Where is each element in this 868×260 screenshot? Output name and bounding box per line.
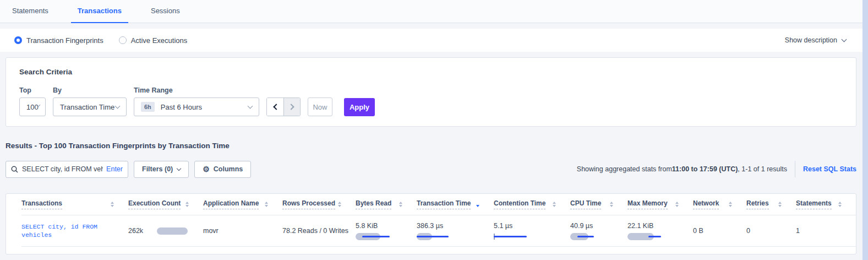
column-header-application-name[interactable]: Application Name (203, 199, 282, 209)
now-button[interactable]: Now (308, 98, 332, 116)
radio-unselected-icon[interactable] (119, 36, 127, 44)
stats-prefix: Showing aggregated stats from (577, 165, 672, 173)
bytes-read-value: 5.8 KiB (356, 222, 410, 230)
network-cell: 0 B (693, 227, 746, 235)
column-header-retries[interactable]: Retries (746, 199, 796, 209)
divider (795, 161, 795, 177)
sort-icon-descending[interactable] (476, 202, 479, 207)
contention-time-bar (494, 233, 527, 240)
execution-count-cell: 262k (128, 227, 203, 235)
search-icon (11, 166, 18, 173)
apply-button[interactable]: Apply (344, 98, 375, 116)
rows-processed-cell: 78.2 Reads / 0 Writes (282, 227, 356, 235)
column-header-transactions[interactable]: Transactions (21, 199, 128, 209)
top-select[interactable]: 100 (19, 98, 46, 116)
retries-cell: 0 (746, 227, 796, 235)
aggregated-stats-text: Showing aggregated stats from 11:00 to 1… (577, 165, 787, 173)
radio-active-executions[interactable]: Active Executions (119, 36, 188, 45)
chevron-right-icon (288, 104, 294, 110)
max-memory-cell: 22.1 KiB (627, 222, 693, 240)
radio-selected-icon[interactable] (14, 36, 22, 44)
sort-icon[interactable] (553, 202, 556, 207)
sort-icon[interactable] (778, 202, 782, 207)
bar-value (577, 236, 594, 237)
cpu-time-value: 40.9 µs (570, 222, 621, 230)
time-range-select[interactable]: 6h Past 6 Hours (134, 98, 259, 116)
sort-icon[interactable] (399, 202, 402, 207)
table-header-row: Transactions Execution Count Application… (21, 194, 856, 215)
column-header-cpu-time[interactable]: CPU Time (570, 199, 627, 209)
chevron-down-icon (115, 104, 121, 109)
bar-value (417, 236, 449, 237)
results-title: Results - Top 100 Transaction Fingerprin… (6, 142, 230, 150)
column-header-max-memory[interactable]: Max Memory (627, 199, 693, 209)
results-table: Transactions Execution Count Application… (6, 193, 856, 254)
sql-search-box[interactable]: Enter (6, 161, 128, 178)
tab-sessions[interactable]: Sessions (144, 7, 187, 23)
cpu-time-bar (570, 233, 594, 240)
transaction-time-value: 386.3 µs (417, 222, 487, 230)
bar-value (494, 236, 527, 237)
time-range-value: Past 6 Hours (161, 103, 202, 111)
column-header-rows-processed[interactable]: Rows Processed (282, 199, 356, 209)
gear-icon: ⚙ (203, 165, 210, 174)
time-range-step-buttons (266, 98, 301, 116)
by-label: By (53, 86, 127, 94)
max-memory-value: 22.1 KiB (627, 222, 686, 230)
columns-button[interactable]: ⚙ Columns (194, 161, 251, 178)
sort-icon[interactable] (838, 202, 842, 207)
tab-transactions[interactable]: Transactions (71, 7, 128, 23)
column-header-execution-count[interactable]: Execution Count (128, 199, 203, 209)
bytes-read-bar (356, 233, 390, 240)
radio-label: Active Executions (131, 36, 188, 45)
search-criteria-title: Search Criteria (19, 68, 843, 76)
chevron-down-icon (842, 37, 847, 42)
search-enter-button[interactable]: Enter (106, 165, 123, 173)
sort-icon[interactable] (729, 202, 732, 207)
reset-sql-stats-link[interactable]: Reset SQL Stats (803, 165, 856, 173)
show-description-toggle[interactable]: Show description (785, 36, 846, 44)
transaction-time-cell: 386.3 µs (417, 222, 494, 240)
column-header-contention-time[interactable]: Contention Time (494, 199, 570, 209)
next-range-button[interactable] (283, 98, 300, 116)
table-row: SELECT city, id FROM vehicles 262k movr … (21, 215, 856, 247)
columns-label: Columns (214, 165, 243, 173)
previous-range-button[interactable] (267, 98, 283, 116)
search-input[interactable] (22, 165, 103, 173)
execution-count-value: 262k (128, 227, 143, 235)
column-header-bytes-read[interactable]: Bytes Read (356, 199, 417, 209)
top-field: Top 100 (19, 86, 46, 116)
chevron-left-icon (273, 104, 279, 110)
column-header-network[interactable]: Network (693, 199, 746, 209)
radio-label: Transaction Fingerprints (26, 36, 103, 45)
search-criteria-controls: Top 100 By Transaction Time Time Range 6… (19, 86, 843, 116)
vertical-scrollbar[interactable] (862, 0, 868, 260)
transaction-fingerprint-link[interactable]: SELECT city, id FROM vehicles (21, 223, 97, 239)
radio-transaction-fingerprints[interactable]: Transaction Fingerprints (14, 36, 103, 45)
search-criteria-card: Search Criteria Top 100 By Transaction T… (6, 57, 856, 127)
results-toolbar: Enter Filters (0) ⚙ Columns Showing aggr… (6, 160, 856, 178)
cpu-time-cell: 40.9 µs (570, 222, 627, 240)
chevron-down-icon (177, 166, 181, 170)
sort-icon[interactable] (265, 202, 268, 207)
application-name-cell: movr (203, 227, 282, 235)
filters-button[interactable]: Filters (0) (134, 161, 189, 178)
stats-range: 11:00 to 17:59 (UTC) (672, 165, 738, 173)
stats-suffix: , 1-1 of 1 results (738, 165, 787, 173)
sort-icon[interactable] (338, 202, 341, 207)
bar-value (362, 236, 390, 237)
by-select-value: Transaction Time (60, 103, 114, 111)
bytes-read-cell: 5.8 KiB (356, 222, 417, 240)
sort-icon[interactable] (675, 202, 679, 207)
column-header-statements[interactable]: Statements (796, 199, 856, 209)
column-header-transaction-time[interactable]: Transaction Time (417, 199, 494, 209)
bar-value (648, 236, 661, 237)
time-range-badge: 6h (141, 102, 155, 112)
sort-icon[interactable] (111, 202, 114, 207)
tab-statements[interactable]: Statements (6, 7, 55, 23)
show-description-label: Show description (785, 36, 837, 44)
sort-icon[interactable] (610, 202, 613, 207)
by-select[interactable]: Transaction Time (53, 98, 127, 116)
time-range-field: Time Range 6h Past 6 Hours (134, 86, 259, 116)
sort-icon[interactable] (185, 202, 189, 207)
